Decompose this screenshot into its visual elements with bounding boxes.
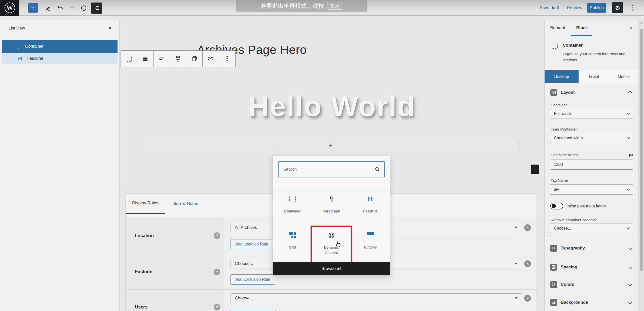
inline-meta-label: Inline post meta items	[566, 204, 606, 208]
list-item-label: Headline	[26, 56, 43, 61]
block-card-title: Container	[563, 43, 583, 48]
edit-mode-button[interactable]	[43, 3, 53, 13]
sidebar-scrollbar[interactable]: ▲	[638, 20, 644, 311]
inserter-item-paragraph[interactable]: ¶ Paragraph	[312, 191, 351, 227]
layout-panel-header[interactable]: Layout	[545, 86, 638, 99]
container-icon	[289, 196, 296, 202]
browse-all-button[interactable]: Browse all	[273, 262, 390, 275]
block-type-button[interactable]	[121, 51, 137, 67]
panel-colors[interactable]: Colors	[545, 276, 638, 293]
scroll-up-icon[interactable]: ▲	[639, 21, 644, 24]
tab-tablet[interactable]: Tablet	[579, 70, 609, 83]
details-button[interactable]	[79, 3, 89, 13]
link-button[interactable]	[203, 51, 219, 67]
sidebar-tabs: Element Block ✕	[545, 20, 638, 36]
duplicate-button[interactable]	[186, 51, 203, 67]
editor-screen: W + 若要退出全屏模式，请按 Esc Save draft Preview P…	[0, 0, 644, 311]
undo-icon	[57, 5, 63, 11]
settings-sidebar-button[interactable]: ⚙	[612, 2, 623, 13]
tag-name-select[interactable]: div	[550, 184, 633, 195]
container-width-input[interactable]	[550, 160, 633, 170]
inserter-item-buttons[interactable]: Buttons	[351, 227, 390, 263]
headline-icon: H	[18, 56, 22, 61]
add-user-rule-button[interactable]	[231, 310, 276, 311]
inserter-item-dynamic-content[interactable]: Dynamic Content	[312, 227, 351, 263]
align-middle-icon	[142, 55, 148, 62]
rule-content-cell: Choose... ✕	[224, 290, 537, 311]
container-select[interactable]: Full width	[550, 109, 633, 118]
users-select[interactable]: Choose...	[231, 293, 522, 303]
hero-headline-text[interactable]: Hello World	[120, 90, 544, 123]
save-draft-button[interactable]: Save draft	[540, 0, 559, 16]
vertical-align-button[interactable]	[137, 51, 154, 67]
remove-condition-select[interactable]: Choose...	[550, 224, 633, 233]
colors-icon	[550, 281, 557, 288]
block-inserter-toggle-button[interactable]: +	[28, 3, 38, 13]
add-exclusion-rule-button[interactable]: Add Exclusion Rule	[231, 274, 275, 285]
wordpress-logo-icon: W	[5, 3, 15, 13]
container-width-row: Container Width px	[551, 153, 633, 157]
block-options-button[interactable]	[219, 51, 235, 67]
list-view-item-container[interactable]: Container	[2, 40, 118, 53]
undo-button[interactable]	[55, 3, 65, 13]
headline-icon: H	[368, 196, 373, 203]
text-align-button[interactable]	[154, 51, 170, 67]
unit-label: px	[629, 153, 633, 157]
inserter-item-grid[interactable]: Grid	[273, 227, 312, 263]
plus-icon: +	[329, 142, 332, 149]
redo-button[interactable]	[67, 3, 77, 13]
active-tab-underline	[571, 35, 592, 36]
top-toolbar: W + 若要退出全屏模式，请按 Esc Save draft Preview P…	[0, 0, 644, 16]
tab-block[interactable]: Block	[576, 25, 588, 30]
list-view-toggle-button[interactable]	[91, 3, 102, 14]
remove-rule-icon[interactable]: ✕	[524, 295, 531, 302]
tab-desktop[interactable]: Desktop	[545, 70, 579, 83]
tab-internal-notes[interactable]: Internal Notes	[165, 194, 205, 214]
buttons-icon	[367, 232, 374, 238]
copy-icon	[191, 55, 198, 62]
sidebar-divider	[545, 235, 638, 235]
info-icon	[81, 5, 87, 11]
list-view-item-headline[interactable]: H Headline	[2, 53, 118, 64]
inner-container-select[interactable]: Contained width	[550, 133, 633, 143]
plus-icon: +	[31, 4, 35, 11]
dynamic-content-icon	[328, 232, 335, 239]
tab-display-rules[interactable]: Display Rules	[126, 194, 165, 214]
add-block-button[interactable]: +	[531, 165, 539, 174]
scrollbar-thumb[interactable]	[640, 29, 643, 271]
panel-spacing[interactable]: Spacing	[545, 258, 638, 276]
rule-label-cell: Exclude ?	[126, 254, 224, 289]
panel-backgrounds[interactable]: Backgrounds	[545, 293, 638, 311]
close-icon[interactable]: ✕	[108, 25, 112, 31]
gear-icon: ⚙	[615, 5, 620, 11]
toggle-knob	[552, 204, 556, 208]
tab-mobile[interactable]: Mobile	[609, 70, 638, 83]
panel-typography[interactable]: aA Typography	[545, 238, 638, 258]
remove-rule-icon[interactable]: ✕	[524, 224, 531, 231]
add-location-rule-button[interactable]: Add Location Rule	[231, 239, 273, 249]
rule-label-cell: Location ?	[126, 217, 224, 254]
block-appender[interactable]: +	[143, 140, 518, 151]
search-input[interactable]	[283, 167, 374, 172]
tab-element[interactable]: Element	[549, 25, 565, 30]
preview-button[interactable]: Preview	[567, 0, 582, 16]
inline-meta-toggle[interactable]	[550, 203, 563, 209]
container-width-label: Container Width	[551, 153, 578, 157]
options-menu-button[interactable]	[628, 3, 638, 13]
inserter-item-container[interactable]: Container	[273, 191, 312, 227]
close-icon[interactable]: ✕	[629, 25, 632, 31]
publish-button[interactable]: Publish	[587, 3, 606, 13]
block-inserter-popup: Container ¶ Paragraph H Headline Grid Dy…	[273, 156, 390, 275]
dynamic-data-button[interactable]	[170, 51, 186, 67]
help-icon[interactable]: ?	[214, 304, 220, 310]
wordpress-menu-button[interactable]: W	[0, 0, 19, 16]
inserter-item-headline[interactable]: H Headline	[351, 191, 390, 227]
kebab-menu-icon	[632, 5, 634, 11]
help-icon[interactable]: ?	[214, 269, 220, 275]
dropdown-arrow-icon	[515, 263, 518, 265]
container-icon	[126, 56, 132, 62]
help-icon[interactable]: ?	[214, 232, 220, 239]
container-icon	[14, 44, 19, 49]
remove-rule-icon[interactable]: ✕	[524, 260, 531, 267]
toast-message: 若要退出全屏模式，请按	[260, 2, 324, 10]
